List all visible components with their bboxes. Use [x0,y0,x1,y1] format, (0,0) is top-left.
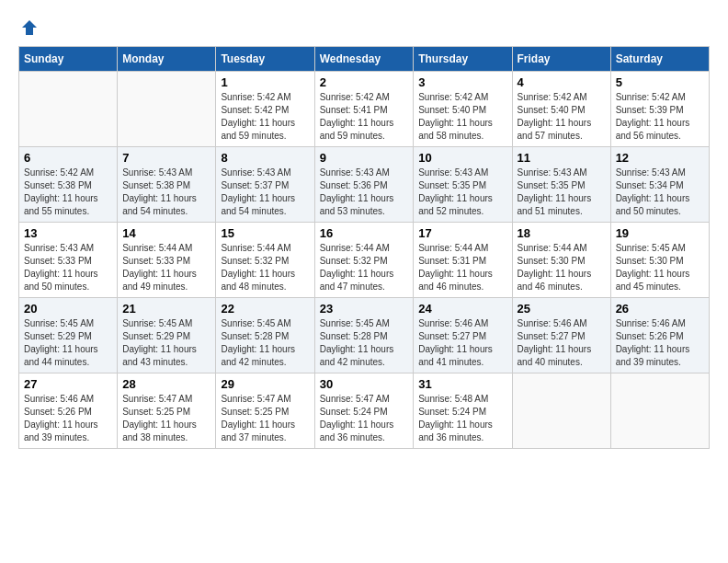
day-number: 1 [221,75,309,89]
day-info: Sunrise: 5:42 AM Sunset: 5:39 PM Dayligh… [616,91,704,143]
day-number: 14 [122,226,210,240]
calendar-cell: 26Sunrise: 5:46 AM Sunset: 5:26 PM Dayli… [610,298,709,373]
day-info: Sunrise: 5:44 AM Sunset: 5:33 PM Dayligh… [122,242,210,293]
day-number: 6 [24,151,112,165]
calendar-cell: 18Sunrise: 5:44 AM Sunset: 5:30 PM Dayli… [512,223,610,298]
day-info: Sunrise: 5:43 AM Sunset: 5:36 PM Dayligh… [320,167,409,218]
column-header-tuesday: Tuesday [216,47,314,72]
column-header-wednesday: Wednesday [314,47,414,72]
calendar-cell: 24Sunrise: 5:46 AM Sunset: 5:27 PM Dayli… [414,298,512,373]
page-header [18,18,710,37]
calendar-cell: 13Sunrise: 5:43 AM Sunset: 5:33 PM Dayli… [19,223,118,298]
day-number: 13 [24,226,112,240]
week-row-2: 6Sunrise: 5:42 AM Sunset: 5:38 PM Daylig… [19,147,710,223]
day-number: 30 [320,377,409,391]
calendar-cell: 22Sunrise: 5:45 AM Sunset: 5:28 PM Dayli… [216,298,314,373]
svg-marker-0 [22,20,37,35]
calendar-header: SundayMondayTuesdayWednesdayThursdayFrid… [19,47,710,72]
day-info: Sunrise: 5:44 AM Sunset: 5:32 PM Dayligh… [221,242,309,293]
calendar-table: SundayMondayTuesdayWednesdayThursdayFrid… [18,46,710,449]
calendar-cell: 29Sunrise: 5:47 AM Sunset: 5:25 PM Dayli… [216,373,314,449]
day-number: 25 [518,302,606,316]
week-row-1: 1Sunrise: 5:42 AM Sunset: 5:42 PM Daylig… [19,72,710,147]
calendar-cell: 27Sunrise: 5:46 AM Sunset: 5:26 PM Dayli… [19,373,118,449]
day-info: Sunrise: 5:46 AM Sunset: 5:26 PM Dayligh… [24,393,112,444]
day-info: Sunrise: 5:45 AM Sunset: 5:29 PM Dayligh… [122,317,210,369]
column-header-sunday: Sunday [19,47,118,72]
day-number: 20 [24,302,112,316]
day-info: Sunrise: 5:46 AM Sunset: 5:27 PM Dayligh… [418,317,506,369]
day-number: 21 [122,302,210,316]
calendar-cell: 15Sunrise: 5:44 AM Sunset: 5:32 PM Dayli… [216,223,314,298]
day-info: Sunrise: 5:43 AM Sunset: 5:37 PM Dayligh… [221,167,309,218]
day-info: Sunrise: 5:43 AM Sunset: 5:34 PM Dayligh… [616,167,704,218]
day-number: 3 [418,75,506,89]
calendar-cell: 7Sunrise: 5:43 AM Sunset: 5:38 PM Daylig… [118,147,216,223]
day-info: Sunrise: 5:43 AM Sunset: 5:35 PM Dayligh… [418,167,506,218]
day-info: Sunrise: 5:45 AM Sunset: 5:30 PM Dayligh… [616,242,704,293]
day-number: 26 [616,302,704,316]
calendar-body: 1Sunrise: 5:42 AM Sunset: 5:42 PM Daylig… [19,72,710,449]
day-number: 2 [320,75,409,89]
day-number: 5 [616,75,704,89]
calendar-cell: 12Sunrise: 5:43 AM Sunset: 5:34 PM Dayli… [610,147,709,223]
day-info: Sunrise: 5:46 AM Sunset: 5:27 PM Dayligh… [518,317,606,369]
day-number: 4 [518,75,606,89]
column-header-thursday: Thursday [414,47,512,72]
day-number: 15 [221,226,309,240]
day-number: 31 [418,377,506,391]
calendar-cell: 30Sunrise: 5:47 AM Sunset: 5:24 PM Dayli… [314,373,414,449]
day-info: Sunrise: 5:42 AM Sunset: 5:42 PM Dayligh… [221,91,309,143]
calendar-cell [118,72,216,147]
day-info: Sunrise: 5:44 AM Sunset: 5:31 PM Dayligh… [418,242,506,293]
day-info: Sunrise: 5:43 AM Sunset: 5:38 PM Dayligh… [122,167,210,218]
calendar-cell: 4Sunrise: 5:42 AM Sunset: 5:40 PM Daylig… [512,72,610,147]
day-info: Sunrise: 5:47 AM Sunset: 5:24 PM Dayligh… [320,393,409,444]
day-info: Sunrise: 5:47 AM Sunset: 5:25 PM Dayligh… [221,393,309,444]
calendar-cell: 10Sunrise: 5:43 AM Sunset: 5:35 PM Dayli… [414,147,512,223]
day-info: Sunrise: 5:42 AM Sunset: 5:41 PM Dayligh… [320,91,409,143]
day-number: 28 [122,377,210,391]
day-info: Sunrise: 5:45 AM Sunset: 5:28 PM Dayligh… [320,317,409,369]
calendar-cell [610,373,709,449]
day-info: Sunrise: 5:42 AM Sunset: 5:40 PM Dayligh… [518,91,606,143]
day-info: Sunrise: 5:45 AM Sunset: 5:29 PM Dayligh… [24,317,112,369]
calendar-cell: 14Sunrise: 5:44 AM Sunset: 5:33 PM Dayli… [118,223,216,298]
calendar-cell: 28Sunrise: 5:47 AM Sunset: 5:25 PM Dayli… [118,373,216,449]
calendar-cell: 1Sunrise: 5:42 AM Sunset: 5:42 PM Daylig… [216,72,314,147]
calendar-cell: 5Sunrise: 5:42 AM Sunset: 5:39 PM Daylig… [610,72,709,147]
calendar-cell [19,72,118,147]
calendar-cell: 20Sunrise: 5:45 AM Sunset: 5:29 PM Dayli… [19,298,118,373]
day-number: 11 [518,151,606,165]
day-number: 18 [518,226,606,240]
logo [18,18,39,37]
calendar-cell: 16Sunrise: 5:44 AM Sunset: 5:32 PM Dayli… [314,223,414,298]
day-number: 22 [221,302,309,316]
day-number: 29 [221,377,309,391]
week-row-5: 27Sunrise: 5:46 AM Sunset: 5:26 PM Dayli… [19,373,710,449]
day-info: Sunrise: 5:44 AM Sunset: 5:30 PM Dayligh… [518,242,606,293]
calendar-cell: 25Sunrise: 5:46 AM Sunset: 5:27 PM Dayli… [512,298,610,373]
day-number: 16 [320,226,409,240]
day-info: Sunrise: 5:46 AM Sunset: 5:26 PM Dayligh… [616,317,704,369]
header-row: SundayMondayTuesdayWednesdayThursdayFrid… [19,47,710,72]
column-header-monday: Monday [118,47,216,72]
day-info: Sunrise: 5:48 AM Sunset: 5:24 PM Dayligh… [418,393,506,444]
day-number: 8 [221,151,309,165]
calendar-cell [512,373,610,449]
day-number: 19 [616,226,704,240]
day-number: 23 [320,302,409,316]
day-number: 7 [122,151,210,165]
calendar-cell: 23Sunrise: 5:45 AM Sunset: 5:28 PM Dayli… [314,298,414,373]
calendar-cell: 17Sunrise: 5:44 AM Sunset: 5:31 PM Dayli… [414,223,512,298]
day-info: Sunrise: 5:47 AM Sunset: 5:25 PM Dayligh… [122,393,210,444]
day-number: 12 [616,151,704,165]
calendar-cell: 31Sunrise: 5:48 AM Sunset: 5:24 PM Dayli… [414,373,512,449]
calendar-cell: 19Sunrise: 5:45 AM Sunset: 5:30 PM Dayli… [610,223,709,298]
day-number: 27 [24,377,112,391]
calendar-cell: 2Sunrise: 5:42 AM Sunset: 5:41 PM Daylig… [314,72,414,147]
calendar-cell: 6Sunrise: 5:42 AM Sunset: 5:38 PM Daylig… [19,147,118,223]
calendar-cell: 3Sunrise: 5:42 AM Sunset: 5:40 PM Daylig… [414,72,512,147]
week-row-3: 13Sunrise: 5:43 AM Sunset: 5:33 PM Dayli… [19,223,710,298]
column-header-friday: Friday [512,47,610,72]
